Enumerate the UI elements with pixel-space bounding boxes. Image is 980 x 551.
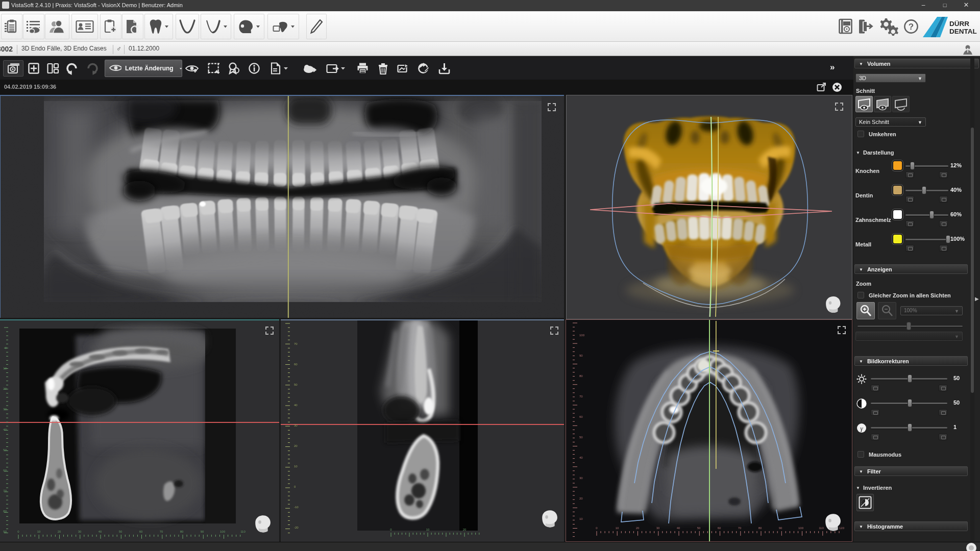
svg-text:60: 60 [139,530,143,533]
svg-text:60: 60 [294,363,298,366]
svg-text:120: 120 [839,527,845,530]
svg-text:γ: γ [860,424,863,432]
svg-text:110: 110 [819,527,824,530]
svg-text:40: 40 [3,428,7,431]
svg-text:DÜRR: DÜRR [949,20,969,28]
svg-text:20: 20 [636,527,640,530]
svg-text:0: 0 [17,530,19,533]
svg-text:40: 40 [579,456,583,459]
svg-text:10: 10 [37,530,41,533]
svg-text:20: 20 [294,444,298,447]
svg-text:20: 20 [3,387,7,390]
svg-text:40: 40 [99,530,102,533]
svg-text:30: 30 [78,530,82,533]
svg-text:80: 80 [758,527,762,530]
svg-text:10: 10 [294,465,298,468]
svg-text:100: 100 [579,334,585,337]
svg-text:50: 50 [697,527,701,530]
svg-text:10: 10 [616,527,619,530]
svg-text:30: 30 [3,408,7,411]
svg-text:50: 50 [294,383,298,386]
svg-text:80: 80 [3,510,7,513]
svg-text:0: 0 [596,527,598,530]
svg-text:40: 40 [294,404,298,407]
svg-text:10: 10 [3,367,7,370]
svg-text:60: 60 [579,415,583,418]
svg-text:30: 30 [579,477,583,480]
svg-text:20: 20 [463,528,467,531]
svg-text:0: 0 [294,485,296,488]
svg-text:DENTAL: DENTAL [949,28,977,35]
svg-text:50: 50 [3,448,7,452]
svg-text:70: 70 [294,342,298,345]
svg-text:60: 60 [3,469,7,472]
svg-text:20: 20 [579,497,583,500]
svg-text:80: 80 [579,374,583,378]
svg-text:100: 100 [798,527,804,530]
svg-text:70: 70 [579,395,583,398]
svg-text:30: 30 [294,424,298,427]
svg-text:30: 30 [656,527,660,530]
svg-text:90: 90 [579,354,583,357]
svg-text:-20: -20 [294,526,299,529]
svg-text:50: 50 [119,530,122,533]
svg-text:70: 70 [160,530,163,533]
svg-text:100: 100 [220,530,226,533]
svg-text:80: 80 [180,530,184,533]
svg-text:70: 70 [3,489,7,492]
svg-text:50: 50 [579,436,583,439]
svg-text:20: 20 [58,530,61,533]
svg-text:90: 90 [201,530,204,533]
svg-text:90: 90 [3,530,7,533]
svg-text:10: 10 [579,517,583,520]
svg-text:40: 40 [677,527,680,530]
svg-text:-10: -10 [294,506,299,509]
svg-text:110: 110 [240,530,246,533]
svg-text:70: 70 [738,527,742,530]
svg-text:60: 60 [718,527,721,530]
svg-text:?: ? [909,22,914,32]
svg-text:10: 10 [426,528,430,531]
svg-text:90: 90 [779,527,782,530]
